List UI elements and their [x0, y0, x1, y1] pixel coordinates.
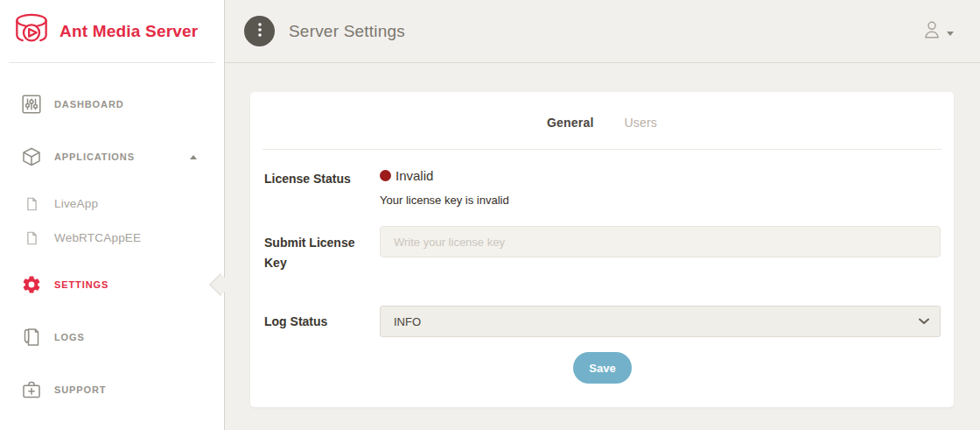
sidebar-item-webrtcappee[interactable]: WebRTCAppEE — [0, 221, 224, 255]
menu-button[interactable] — [244, 16, 275, 46]
tab-bar: General Users — [262, 92, 942, 150]
license-key-input[interactable] — [380, 226, 941, 257]
package-box-icon — [21, 146, 42, 167]
topbar: Server Settings — [225, 0, 980, 63]
content-area: General Users License Status Invalid You… — [225, 63, 980, 407]
tab-users[interactable]: Users — [624, 116, 657, 130]
sidebar-item-dashboard[interactable]: DASHBOARD — [0, 83, 224, 125]
user-menu[interactable] — [921, 19, 954, 44]
license-key-label: Submit License Key — [264, 226, 380, 272]
sidebar-item-label: APPLICATIONS — [54, 152, 135, 162]
sidebar-item-applications[interactable]: APPLICATIONS — [0, 136, 224, 178]
kebab-menu-icon — [258, 23, 262, 39]
page-title: Server Settings — [289, 22, 405, 41]
sidebar-item-settings[interactable]: SETTINGS — [0, 264, 224, 306]
sidebar-item-label: SUPPORT — [54, 384, 106, 395]
ant-media-logo-icon — [12, 12, 51, 51]
license-status-row: License Status Invalid Your license key … — [264, 159, 941, 207]
log-status-select[interactable]: INFO — [380, 306, 941, 337]
license-key-row: Submit License Key — [264, 226, 941, 272]
status-dot-icon — [380, 170, 391, 181]
first-aid-kit-icon — [21, 379, 42, 400]
log-status-field: INFO — [380, 306, 941, 337]
user-icon — [921, 19, 942, 44]
license-status-help: Your license key is invalid — [380, 194, 941, 207]
chevron-up-icon — [190, 155, 197, 159]
sidebar-item-label: WebRTCAppEE — [54, 231, 141, 244]
log-status-label: Log Status — [264, 312, 380, 332]
license-status-value: Invalid — [396, 168, 433, 183]
dashboard-sliders-icon — [21, 94, 42, 115]
sidebar-item-label: SETTINGS — [54, 279, 108, 290]
brand-name: Ant Media Server — [60, 22, 198, 41]
settings-card: General Users License Status Invalid You… — [250, 92, 954, 407]
sidebar-item-liveapp[interactable]: LiveApp — [0, 187, 224, 221]
brand[interactable]: Ant Media Server — [0, 0, 224, 62]
tab-general[interactable]: General — [547, 116, 594, 130]
save-row: Save — [264, 352, 941, 384]
chevron-down-icon — [947, 32, 954, 36]
license-status-field: Invalid Your license key is invalid — [380, 159, 941, 207]
log-status-row: Log Status INFO — [264, 306, 941, 337]
sidebar-item-label: LiveApp — [54, 197, 98, 210]
ant-media-server-app: Ant Media Server DASHBOARD — [0, 0, 980, 430]
save-button[interactable]: Save — [573, 352, 632, 384]
document-icon — [24, 195, 39, 213]
log-file-icon — [21, 327, 42, 348]
sidebar-item-label: LOGS — [54, 332, 85, 342]
license-status-label: License Status — [264, 159, 380, 207]
general-settings-form: License Status Invalid Your license key … — [250, 159, 954, 384]
sidebar-item-support[interactable]: SUPPORT — [0, 369, 224, 411]
sidebar: Ant Media Server DASHBOARD — [0, 0, 225, 430]
license-status-line: Invalid — [380, 159, 941, 183]
license-key-field — [380, 226, 941, 272]
gear-icon — [21, 274, 42, 295]
sidebar-nav: DASHBOARD APPLICATIONS — [0, 63, 224, 411]
sidebar-item-label: DASHBOARD — [54, 99, 124, 109]
sidebar-item-logs[interactable]: LOGS — [0, 316, 224, 358]
main-area: Server Settings General Users — [225, 0, 980, 430]
document-icon — [24, 229, 39, 247]
